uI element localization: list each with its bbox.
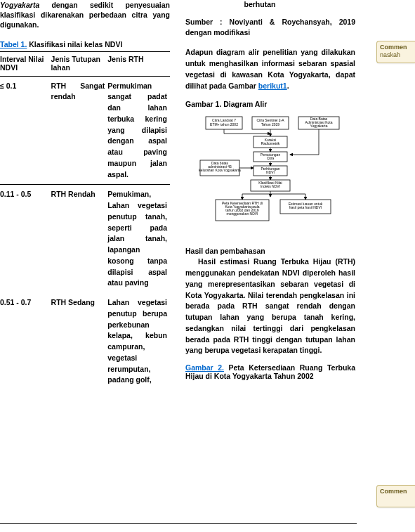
figure2-link[interactable]: Gambar 2. (185, 363, 224, 372)
comment-head: Commen (380, 488, 412, 495)
table-header-tutupan: Jenis Tutupan lahan (51, 51, 108, 76)
figure2-caption: Gambar 2. Peta Ketersediaan Ruang Terbuk… (185, 363, 355, 380)
cell-rth: Permukiman sangat padat dan lahan terbuk… (107, 76, 170, 185)
figure1-caption: Gambar 1. Diagram Alir (185, 100, 355, 108)
svg-text:Estimasi luasan untukhasil pet: Estimasi luasan untukhasil peta hasil ND… (289, 202, 323, 209)
comment-bubble[interactable]: Commen naskah (376, 41, 415, 63)
para1-b: . (287, 82, 289, 90)
cell-tutupan: RTH Rendah (51, 185, 108, 293)
table-caption-link[interactable]: Tabel 1. (0, 40, 27, 48)
intro-italic: Yogyakarta (0, 1, 39, 9)
table-row: 0.51 - 0.7 RTH Sedang Lahan vegetasi pen… (0, 293, 170, 390)
intro-paragraph: Yogyakarta dengan sedikit penyesuaian kl… (0, 0, 170, 30)
para1-link[interactable]: berikut1 (258, 82, 287, 90)
comment-body: naskah (380, 51, 412, 59)
left-column: Yogyakarta dengan sedikit penyesuaian kl… (0, 0, 170, 390)
cell-rth: Lahan vegetasi penutup berupa perkebunan… (107, 293, 170, 390)
source-text: Sumber : Noviyanti & Roychansyah, 2019 d… (185, 17, 355, 37)
page-content: Yogyakarta dengan sedikit penyesuaian kl… (0, 0, 415, 390)
comment-bubble[interactable]: Commen (376, 485, 415, 507)
table-row: ≤ 0.1 RTH Sangat rendah Permukiman sanga… (0, 76, 170, 185)
results-body: Hasil estimasi Ruang Terbuka Hijau (RTH)… (185, 257, 355, 356)
svg-text:Klasifikasi NilaiIndeks NDVI: Klasifikasi NilaiIndeks NDVI (258, 181, 282, 188)
comment-head: Commen (380, 44, 412, 51)
table-caption: Tabel 1. Klasifikasi nilai kelas NDVI (0, 40, 170, 48)
table-header-interval: Interval Nilai NDVI (0, 51, 51, 76)
cell-tutupan: RTH Sangat rendah (51, 76, 108, 185)
cell-interval: 0.11 - 0.5 (0, 185, 51, 293)
cell-rth: Pemukiman, Lahan vegetasi penutup tanah,… (107, 185, 170, 293)
right-column: berhutan Sumber : Noviyanti & Roychansya… (185, 0, 355, 390)
flow-diagram: Citra Landsat 7ETM+ tahun 2002 Citra Sen… (193, 114, 348, 237)
cell-interval: ≤ 0.1 (0, 76, 51, 185)
footer-rule (0, 523, 357, 524)
results-heading: Hasil dan pembahasan (185, 247, 355, 255)
paragraph-diagram-intro: Adapun diagram alir penelitian yang dila… (185, 47, 355, 91)
table-caption-text: Klasifikasi nilai kelas NDVI (27, 40, 122, 48)
berhutan-text: berhutan (185, 0, 355, 8)
cell-tutupan: RTH Sedang (51, 293, 108, 390)
table-row: 0.11 - 0.5 RTH Rendah Pemukiman, Lahan v… (0, 185, 170, 293)
ndvi-table: Interval Nilai NDVI Jenis Tutupan lahan … (0, 51, 170, 391)
svg-text:Peta Ketersediaan RTH diKota Y: Peta Ketersediaan RTH diKota Yogyakarta … (222, 201, 263, 216)
diagram-box: Citra Landsat 7ETM+ tahun 2002 (210, 118, 238, 126)
cell-interval: 0.51 - 0.7 (0, 293, 51, 390)
table-header-rth: Jenis RTH (107, 51, 170, 76)
